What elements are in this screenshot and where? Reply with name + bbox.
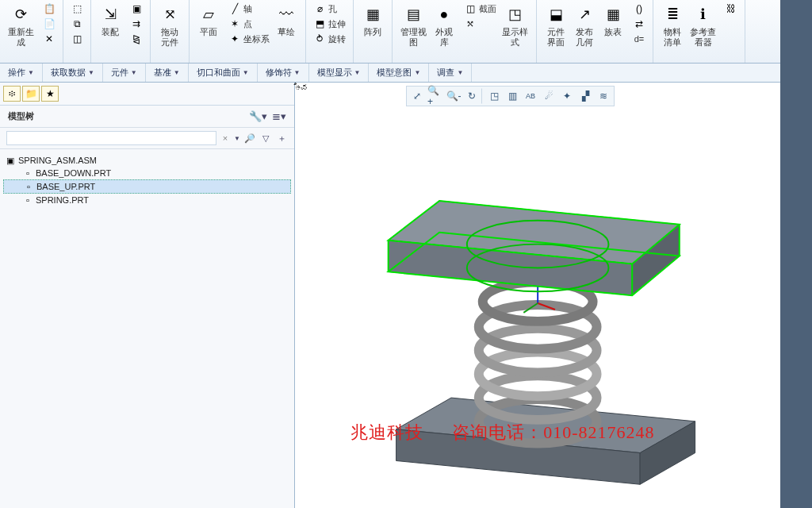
relations-button[interactable]: () [630, 2, 648, 16]
section-icon: ◫ [464, 2, 477, 15]
regenerate-button[interactable]: ⟳ 重新生成 [5, 2, 37, 49]
separator [481, 88, 485, 104]
datum-display-button[interactable]: ☄ [540, 88, 557, 104]
component-interface-button[interactable]: ⬓ 元件界面 [542, 2, 570, 49]
create-button[interactable]: ▣ [128, 2, 145, 16]
model-tree-header: 模型树 🔧▾ ≣▾ [0, 106, 294, 128]
tab-investigate[interactable]: 调查▼ [429, 64, 472, 82]
explode-button[interactable]: ⤲ [462, 17, 499, 31]
tree-item-spring[interactable]: ▫ SPRING.PRT [3, 194, 291, 206]
copy-geom-button[interactable]: ⧉ [68, 17, 86, 31]
filter-button[interactable]: ▽ [259, 132, 272, 144]
pattern-button[interactable]: ▦ 阵列 [358, 2, 387, 39]
tree-display-button[interactable]: ≣▾ [272, 110, 286, 122]
tab-modifier[interactable]: 修饰符▼ [258, 64, 309, 82]
paste-button[interactable]: 📄 [40, 17, 58, 31]
extrude-button[interactable]: ⬒拉伸 [311, 17, 348, 31]
appearance-button[interactable]: ● 外观库 [430, 2, 458, 49]
drag-component-button[interactable]: ⤧ 拖动元件 [155, 2, 184, 49]
dropdown-icon: ▼ [131, 69, 137, 76]
dropdown-icon: ▼ [294, 69, 301, 76]
assemble-button[interactable]: ⇲ 装配 [96, 2, 124, 46]
spin-center-button[interactable]: ✦ [558, 88, 576, 104]
switch-dims-button[interactable]: ⇄ [630, 17, 648, 31]
params-icon: d= [633, 33, 645, 45]
tab-component[interactable]: 元件▼ [103, 64, 146, 82]
sidebar-tab-folder[interactable]: 📁 [22, 86, 40, 102]
tree-item-base-down[interactable]: ▫ BASE_DOWN.PRT [3, 167, 291, 179]
tree-search-row: × ▼ 🔎 ▽ ＋ [0, 128, 294, 149]
mirror-icon: ⧎ [130, 33, 143, 45]
add-filter-button[interactable]: ＋ [275, 132, 288, 144]
sketch-icon: 〰 [275, 3, 297, 25]
tab-cut-surface[interactable]: 切口和曲面▼ [189, 64, 258, 82]
workspace: ፨ 📁 ★ 模型树 🔧▾ ≣▾ × ▼ 🔎 ▽ ＋ ▣ SPRING_ASM.A… [0, 83, 812, 508]
drag-icon: ⤧ [159, 3, 181, 25]
saved-views-button[interactable]: ▥ [504, 88, 521, 104]
tab-datum[interactable]: 基准▼ [146, 64, 189, 82]
3d-viewport[interactable] [295, 106, 812, 508]
zoom-in-button[interactable]: 🔍+ [427, 88, 444, 104]
ref-viewer-button[interactable]: ℹ 参考查看器 [687, 2, 719, 49]
section-button[interactable]: ◫截面 [462, 2, 499, 16]
revolve-button[interactable]: ⥁旋转 [311, 32, 348, 46]
display-style-button[interactable]: ◳ 显示样式 [499, 2, 531, 49]
graphics-area[interactable]: ించ ⤢ 🔍+ 🔍- ↻ ◳ ▥ AB ☄ ✦ ▞ ≋ [295, 83, 812, 508]
sketch-button[interactable]: 〰 草绘 [272, 2, 301, 46]
sidebar-tabs: ፨ 📁 ★ [0, 83, 294, 106]
annotation-display-button[interactable]: AB [522, 88, 539, 104]
repeat-button[interactable]: ⇉ [128, 17, 145, 31]
sidebar-tab-favorites[interactable]: ★ [41, 86, 59, 102]
assemble-icon: ⇲ [99, 3, 121, 25]
view-manager-button[interactable]: ▤ 管理视图 [397, 2, 430, 49]
pubgeom-icon: ↗ [573, 3, 596, 25]
perspective-button[interactable]: ▞ [576, 88, 594, 104]
dropdown-icon: ▼ [28, 69, 34, 76]
refit-button[interactable]: ⤢ [408, 88, 426, 104]
tree-settings-button[interactable]: 🔧▾ [249, 110, 267, 122]
view-toolbar: ⤢ 🔍+ 🔍- ↻ ◳ ▥ AB ☄ ✦ ▞ ≋ [406, 86, 615, 106]
repeat-icon: ⇉ [130, 17, 143, 30]
params-button[interactable]: d= [630, 32, 648, 46]
copy-button[interactable]: 📋 [40, 2, 58, 16]
axis-button[interactable]: ╱轴 [226, 2, 272, 16]
tab-operations[interactable]: 操作▼ [0, 64, 43, 82]
chain-button[interactable]: ⛓ [722, 2, 740, 16]
ribbon-groups-bar: 操作▼ 获取数据▼ 元件▼ 基准▼ 切口和曲面▼ 修饰符▼ 模型显示▼ 模型意图… [0, 64, 812, 83]
mirror-comp-button[interactable]: ⧎ [128, 32, 145, 46]
layers-button[interactable]: ≋ [595, 88, 612, 104]
family-icon: ▦ [602, 3, 624, 25]
delete-icon: ✕ [43, 33, 56, 45]
user-def-button[interactable]: ⬚ [68, 2, 86, 16]
display-style-menu[interactable]: ◳ [485, 88, 503, 104]
sidebar-tab-tree[interactable]: ፨ [3, 86, 21, 102]
userdef-icon: ⬚ [71, 2, 83, 15]
point-button[interactable]: ✶点 [226, 17, 272, 31]
appearance-icon: ● [433, 3, 455, 25]
hole-button[interactable]: ⌀孔 [311, 2, 348, 16]
bom-button[interactable]: ≣ 物料清单 [658, 2, 687, 49]
delete-button[interactable]: ✕ [40, 32, 58, 46]
family-table-button[interactable]: ▦ 族表 [599, 2, 627, 49]
publish-geom-button[interactable]: ↗ 发布几何 [570, 2, 599, 49]
plane-icon: ▱ [197, 3, 220, 25]
dropdown-icon: ▼ [354, 69, 361, 76]
repaint-button[interactable]: ↻ [463, 88, 481, 104]
tab-model-display[interactable]: 模型显示▼ [309, 64, 370, 82]
dropdown-icon: ▼ [243, 69, 249, 76]
zoom-out-button[interactable]: 🔍- [445, 88, 462, 104]
copygeom-icon: ⧉ [71, 17, 83, 30]
tab-model-intent[interactable]: 模型意图▼ [369, 64, 429, 82]
tree-root[interactable]: ▣ SPRING_ASM.ASM [3, 154, 291, 167]
create-icon: ▣ [130, 2, 143, 15]
tree-search-input[interactable] [6, 131, 216, 145]
shrinkwrap-button[interactable]: ◫ [68, 32, 86, 46]
tree-item-base-up[interactable]: ▫ BASE_UP.PRT [3, 179, 291, 194]
tab-get-data[interactable]: 获取数据▼ [43, 64, 103, 82]
clear-search-button[interactable]: × [220, 133, 231, 143]
plane-button[interactable]: ▱ 平面 [194, 2, 223, 46]
find-button[interactable]: 🔎 [243, 132, 256, 144]
ribbon-toolbar: ⟳ 重新生成 📋 📄 ✕ ⬚ ⧉ ◫ ⇲ 装配 ▣ [0, 0, 812, 64]
model-tree-title: 模型树 [8, 110, 34, 122]
csys-button[interactable]: ✦坐标系 [226, 32, 272, 46]
